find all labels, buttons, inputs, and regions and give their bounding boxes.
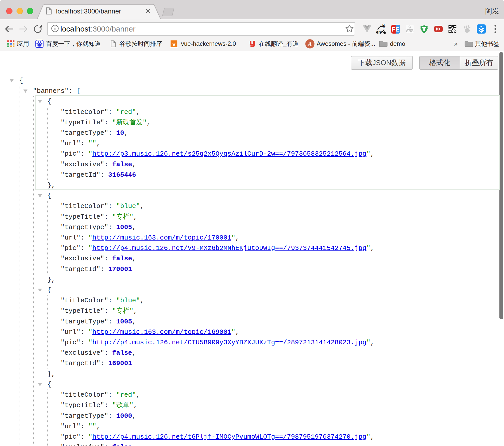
json-property: "typeTitle": "专栏", (0, 212, 504, 222)
json-number-value: 169001 (108, 360, 132, 367)
url-host: localhost (60, 25, 90, 33)
tab-strip: localhost:3000/banner 阿发 (0, 0, 504, 19)
collapse-all-button[interactable]: 折叠所有 (460, 56, 498, 69)
bookmark-star-icon[interactable] (345, 24, 354, 34)
json-property: "pic": "http://p3.music.126.net/s25q2x5Q… (0, 149, 504, 159)
format-button[interactable]: 格式化 (420, 56, 460, 69)
json-comma: , (133, 402, 137, 409)
indent-guide (33, 96, 34, 446)
json-property: "pic": "http://p4.music.126.net/V9-MXz6b… (0, 243, 504, 254)
tab-close-icon[interactable] (146, 9, 150, 14)
bookmark-demo[interactable]: demo (379, 38, 405, 50)
json-brace: { (19, 77, 23, 84)
json-link[interactable]: http://p4.music.126.net/V9-MXz6b2MNhEKju… (92, 244, 367, 252)
collapse-triangle-icon[interactable] (38, 194, 42, 198)
reload-button[interactable] (31, 24, 45, 34)
youdao-icon (249, 40, 255, 47)
collapse-triangle-icon[interactable] (38, 289, 42, 292)
minimize-window-button[interactable] (17, 8, 23, 14)
svg-text:v: v (173, 41, 176, 47)
json-key: "url": (61, 140, 88, 147)
extension-qr-code-icon[interactable] (445, 19, 460, 39)
json-link[interactable]: http://music.163.com/m/topic/169001 (92, 328, 231, 336)
browser-tab[interactable]: localhost:3000/banner (37, 4, 161, 19)
json-key: "titleColor": (61, 391, 116, 399)
json-property: "targetType": 1005, (0, 317, 504, 327)
bookmark-awesomes[interactable]: A Awesomes - 前端资... (305, 38, 375, 50)
json-number-value: 10 (116, 129, 124, 137)
json-comma: , (147, 119, 151, 126)
json-number-value: 3165446 (108, 171, 136, 179)
json-number-value: 1005 (116, 224, 132, 231)
url-text[interactable]: localhost:3000/banner (60, 25, 135, 33)
json-link[interactable]: http://p4.music.126.net/tGPljf-IMOCyPvum… (92, 433, 367, 441)
json-comma: , (370, 339, 374, 346)
json-object-open: { (0, 285, 504, 295)
url-bar[interactable]: localhost:3000/banner (47, 22, 355, 36)
json-comma: , (96, 423, 100, 430)
json-property: "pic": "http://p4.music.126.net/CTU5B9R9… (0, 337, 504, 348)
collapse-triangle-icon[interactable] (10, 79, 14, 82)
json-comma: , (96, 140, 100, 147)
zoom-window-button[interactable] (27, 8, 33, 14)
json-link[interactable]: http://p4.music.126.net/CTU5B9R9y3XyYBZX… (92, 339, 367, 346)
json-comma: , (132, 349, 136, 357)
extension-fast-forward-icon[interactable] (431, 19, 445, 39)
json-property: "exclusive": false, (0, 159, 504, 170)
bookmark-google-sort[interactable]: 谷歌按时间排序 (111, 38, 162, 50)
json-property: "titleColor": "blue", (0, 295, 504, 306)
json-string-quote: " (88, 328, 92, 336)
scrollbar-thumb[interactable] (499, 52, 503, 319)
other-bookmarks[interactable]: 其他书签 (465, 38, 499, 50)
new-tab-button[interactable] (162, 8, 174, 16)
vue-v-icon: v (170, 40, 178, 48)
profile-name[interactable]: 阿发 (485, 6, 499, 16)
extension-vue-devtools-icon[interactable] (360, 19, 374, 39)
json-brace: { (47, 192, 51, 200)
bookmark-vue-hackernews[interactable]: v vue-hackernews-2.0 (170, 38, 236, 50)
json-number-value: false (112, 255, 132, 262)
bookmark-youdao[interactable]: 在线翻译_有道 (249, 38, 299, 50)
json-key: "typeTitle": (61, 402, 112, 409)
collapse-triangle-icon[interactable] (38, 100, 42, 103)
json-brace: { (47, 286, 51, 294)
tab-favicon-page-icon (46, 7, 52, 16)
json-string-quote: " (88, 244, 92, 252)
json-brace: }, (47, 276, 55, 284)
json-comma: , (140, 297, 144, 304)
page-icon (111, 40, 116, 47)
json-string-quote: " (88, 339, 92, 346)
bookmark-apps[interactable]: 应用 (7, 38, 29, 50)
json-number-value: false (112, 443, 132, 446)
extension-fehelper-icon[interactable]: F E (388, 19, 403, 39)
download-json-button[interactable]: 下载JSON数据 (351, 56, 413, 70)
json-property: "exclusive": false, (0, 442, 504, 446)
browser-menu-kebab-icon[interactable] (488, 19, 502, 39)
json-comma: , (132, 224, 136, 231)
json-number-value: 1000 (116, 412, 132, 420)
back-button[interactable] (2, 25, 16, 33)
json-string-value: "" (88, 423, 96, 430)
extension-sitemap-icon[interactable] (403, 19, 417, 39)
collapse-triangle-icon[interactable] (38, 383, 42, 386)
json-object-open: { (0, 191, 504, 201)
tab-title: localhost:3000/banner (56, 7, 121, 15)
bookmark-baidu[interactable]: 百度一下，你就知道 (35, 38, 101, 50)
close-window-button[interactable] (6, 8, 12, 14)
json-brace: }, (47, 370, 55, 378)
json-link[interactable]: http://music.163.com/m/topic/170001 (92, 234, 231, 242)
extension-translator-icon[interactable]: 英 en (374, 19, 388, 39)
json-string-value: "歌单" (112, 402, 133, 409)
extension-paw-icon[interactable] (460, 19, 474, 39)
info-icon[interactable] (51, 25, 59, 33)
json-root-open: { (0, 76, 504, 86)
json-property: "targetId": 169001 (0, 358, 504, 369)
json-object-close: }, (0, 275, 504, 285)
collapse-triangle-icon[interactable] (23, 90, 27, 93)
forward-button[interactable] (16, 25, 31, 33)
json-link[interactable]: http://p3.music.126.net/s25q2x5QyqsAzilC… (92, 150, 367, 158)
extension-shield-icon[interactable] (417, 19, 431, 39)
extension-collect-icon[interactable] (474, 19, 488, 39)
bookmarks-overflow-chevron[interactable]: » (454, 38, 458, 50)
json-brace: { (47, 381, 51, 388)
